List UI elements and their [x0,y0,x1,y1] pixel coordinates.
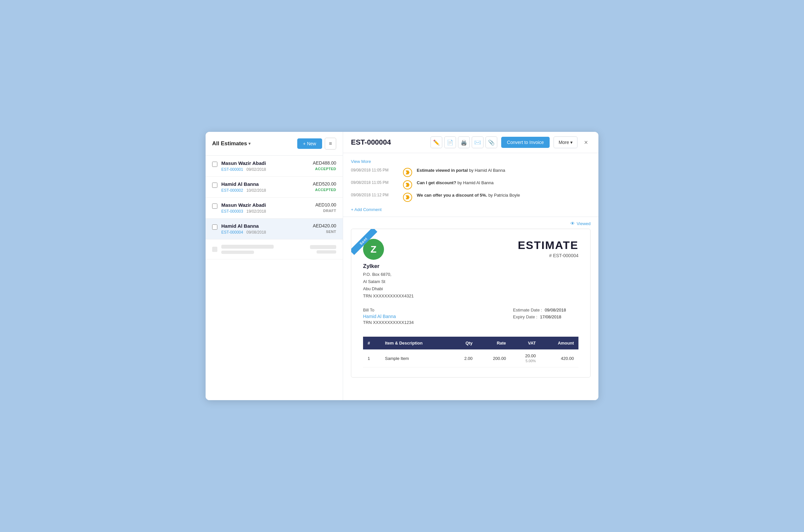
toolbar-icons: ✏️ 📄 🖨️ ✉️ 📎 [430,136,497,148]
document-section: 👁 Viewed Sent Z Zylker P.O. Box 6870,Al [343,217,598,400]
list-item-amount: AED420.00 [313,223,336,228]
list-item-name: Masun Wazir Abadi [221,160,309,166]
print-icon[interactable]: 🖨️ [458,136,470,148]
row-qty: 2.00 [451,349,477,367]
activity-text: Estimate viewed in portal by Hamid Al Ba… [417,168,505,173]
hamburger-button[interactable]: ≡ [325,138,336,150]
header-right-buttons: + New ≡ [297,138,336,150]
list-item-checkbox[interactable] [212,225,217,230]
new-button[interactable]: + New [297,138,322,149]
doc-top: Z Zylker P.O. Box 6870,Al Salam StAbu Dh… [363,239,578,300]
estimate-date-row: Estimate Date : 09/08/2018 [513,307,578,312]
list-item-meta: EST-000002 10/02/2018 [221,188,309,193]
add-comment-button[interactable]: + Add Comment [351,205,382,214]
bill-to-section: Bill To Hamid Al Banna TRN XXXXXXXXXXX12… [363,307,513,325]
right-header: EST-000004 ✏️ 📄 🖨️ ✉️ 📎 Convert to Invoi… [343,132,598,153]
estimates-list: Masun Wazir Abadi EST-000001 09/02/2018 … [206,156,343,400]
list-item-checkbox[interactable] [212,183,217,188]
row-description: Sample Item [380,349,451,367]
skeleton-checkbox [212,247,217,252]
company-logo: Z [363,239,384,260]
list-item-checkbox[interactable] [212,204,217,209]
table-header-cell: Rate [477,337,511,349]
list-item[interactable]: Hamid Al Banna EST-000004 09/08/2018 AED… [206,218,343,240]
estimate-date-label: Estimate Date : [513,307,542,312]
list-item-id: EST-000004 [221,230,243,234]
status-badge: ACCEPTED [313,188,336,192]
right-panel: EST-000004 ✏️ 📄 🖨️ ✉️ 📎 Convert to Invoi… [343,132,598,400]
table-row: 1 Sample Item 2.00 200.00 20.005.00% 420… [363,349,578,367]
expiry-date-label: Expiry Date : [513,315,537,319]
activity-icon-shape [406,170,410,174]
pdf-icon[interactable]: 📄 [444,136,456,148]
table-body: 1 Sample Item 2.00 200.00 20.005.00% 420… [363,349,578,367]
row-rate: 200.00 [477,349,511,367]
doc-title-block: ESTIMATE # EST-000004 [518,239,578,258]
list-item-meta: EST-000001 09/02/2018 [221,167,309,172]
table-header-cell: Qty [451,337,477,349]
eye-icon: 👁 [570,221,575,226]
list-item-amount: AED488.00 [313,160,336,166]
meta-grid: Bill To Hamid Al Banna TRN XXXXXXXXXXX12… [363,307,578,331]
activity-text: Can I get discount? by Hamid Al Banna [417,180,494,185]
activity-time: 09/08/2018 11:05 PM [351,180,398,185]
list-item-date: 09/02/2018 [246,167,266,172]
list-item-date: 10/02/2018 [246,188,266,193]
close-button[interactable]: × [581,137,591,148]
more-button[interactable]: More ▾ [554,136,578,148]
view-more-link[interactable]: View More [351,159,371,164]
list-item-id: EST-000003 [221,209,243,214]
list-item[interactable]: Masun Wazir Abadi EST-000003 19/02/2018 … [206,197,343,218]
table-header: #Item & DescriptionQtyRateVATAmount [363,337,578,349]
company-address-line: TRN XXXXXXXXXXX4321 [363,292,414,300]
company-address-line: Abu Dhabi [363,285,414,292]
row-vat: 20.005.00% [511,349,541,367]
list-item-meta: EST-000003 19/02/2018 [221,209,311,214]
row-amount: 420.00 [541,349,578,367]
activity-section: View More 09/08/2018 11:05 PM Estimate v… [343,153,598,217]
bill-to-name[interactable]: Hamid Al Banna [363,314,513,319]
list-item-content: Masun Wazir Abadi EST-000001 09/02/2018 [221,160,309,172]
list-item[interactable]: Hamid Al Banna EST-000002 10/02/2018 AED… [206,177,343,197]
status-badge: ACCEPTED [313,167,336,171]
list-item[interactable]: Masun Wazir Abadi EST-000001 09/02/2018 … [206,156,343,177]
activity-time: 09/08/2018 11:12 PM [351,193,398,197]
company-address-line: Al Salam St [363,278,414,285]
doc-body: Z Zylker P.O. Box 6870,Al Salam StAbu Dh… [351,229,590,377]
bill-to-trn: TRN XXXXXXXXXXX1234 [363,320,513,325]
table-header-cell: VAT [511,337,541,349]
company-name: Zylker [363,263,414,270]
table-header-cell: # [363,337,380,349]
activity-icon [403,168,412,177]
list-item-meta: EST-000004 09/08/2018 [221,230,309,234]
estimate-id: EST-000004 [351,138,427,147]
list-item-name: Masun Wazir Abadi [221,202,311,208]
viewed-label: 👁 Viewed [351,221,591,226]
company-address: P.O. Box 6870,Al Salam StAbu DhabiTRN XX… [363,271,414,300]
list-item-content: Masun Wazir Abadi EST-000003 19/02/2018 [221,202,311,214]
list-item-amount: AED10.00 [315,202,336,207]
activity-item: 09/08/2018 11:12 PM We can offer you a d… [351,193,591,202]
estimate-dates-block: Estimate Date : 09/08/2018 Expiry Date :… [513,307,578,319]
convert-to-invoice-button[interactable]: Convert to Invoice [501,137,550,148]
all-estimates-title: All Estimates ▾ [212,140,250,147]
attach-icon[interactable]: 📎 [485,136,497,148]
activity-icon-shape [406,195,410,199]
row-num: 1 [363,349,380,367]
expiry-date-value: 17/08/2018 [540,315,561,319]
chevron-down-icon: ▾ [248,141,250,146]
bill-to-label: Bill To [363,307,513,312]
list-item-right: AED520.00 ACCEPTED [313,181,336,192]
estimate-document: Sent Z Zylker P.O. Box 6870,Al Salam StA… [351,229,591,378]
activity-icon-shape [406,183,410,187]
skeleton-content [221,245,306,254]
email-icon[interactable]: ✉️ [472,136,484,148]
skeleton-amount [310,245,336,249]
list-item-checkbox[interactable] [212,162,217,167]
edit-icon[interactable]: ✏️ [430,136,442,148]
doc-number: # EST-000004 [518,253,578,258]
list-item-right: AED420.00 SENT [313,223,336,234]
company-block: Z Zylker P.O. Box 6870,Al Salam StAbu Dh… [363,239,414,300]
left-header: All Estimates ▾ + New ≡ [206,132,343,156]
doc-title: ESTIMATE [518,239,578,252]
